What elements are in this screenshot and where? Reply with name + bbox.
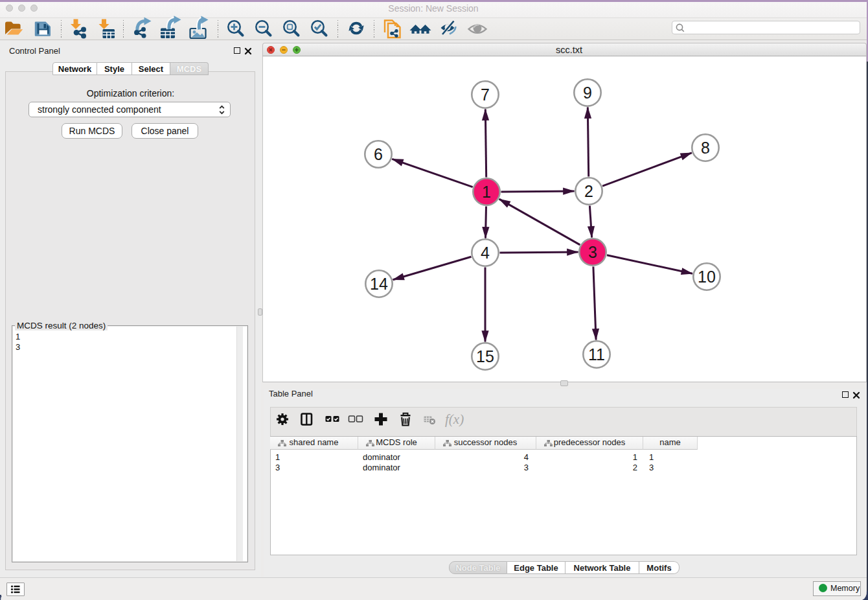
svg-text:1: 1 bbox=[482, 183, 491, 201]
svg-text:15: 15 bbox=[476, 347, 494, 365]
svg-text:11: 11 bbox=[588, 345, 605, 363]
svg-text:2: 2 bbox=[584, 182, 593, 200]
svg-text:3: 3 bbox=[588, 243, 597, 261]
svg-text:7: 7 bbox=[481, 86, 490, 104]
svg-text:f(x): f(x) bbox=[445, 411, 464, 427]
svg-text:9: 9 bbox=[583, 84, 592, 102]
svg-text:8: 8 bbox=[701, 139, 710, 157]
svg-text:4: 4 bbox=[481, 244, 490, 262]
svg-text:14: 14 bbox=[370, 275, 388, 293]
svg-text:6: 6 bbox=[374, 145, 383, 163]
svg-text:10: 10 bbox=[698, 268, 716, 286]
